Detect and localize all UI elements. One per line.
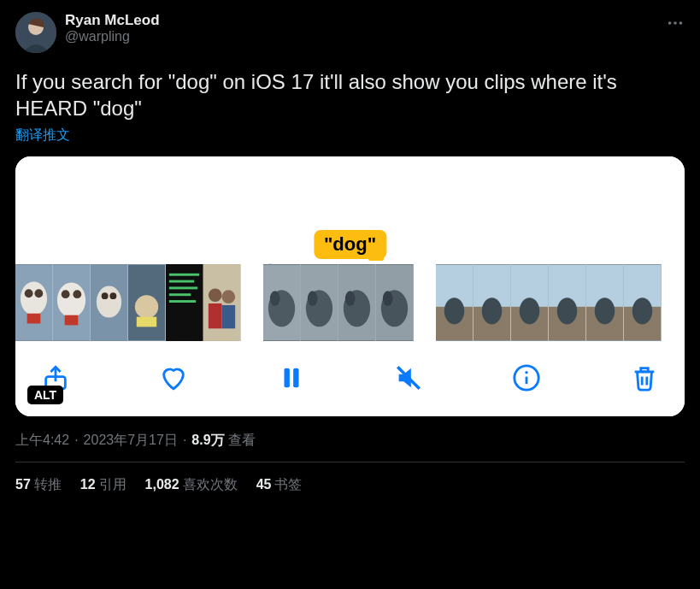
svg-point-59 [595,298,615,325]
thumbnail[interactable] [53,264,91,341]
player-controls [15,346,685,416]
thumbnail[interactable] [301,264,338,341]
thumbnail[interactable] [624,264,662,341]
alt-badge[interactable]: ALT [27,386,63,404]
thumbnail[interactable] [586,264,624,341]
tweet-meta: 上午4:42 · 2023年7月17日 · 8.9万 查看 [15,432,685,450]
thumbnail[interactable] [474,264,511,341]
quotes-stat[interactable]: 12引用 [80,476,126,494]
svg-point-2 [668,21,672,25]
thumbnail[interactable] [263,264,301,341]
translate-link[interactable]: 翻译推文 [15,127,70,144]
svg-point-7 [25,290,33,298]
trash-icon[interactable] [628,362,661,394]
handle[interactable]: @warpling [65,29,160,44]
avatar[interactable] [15,12,56,53]
bookmarks-stat[interactable]: 45书签 [256,476,303,494]
svg-rect-24 [169,280,194,283]
mute-icon[interactable] [392,362,425,394]
svg-point-16 [97,286,121,318]
display-name[interactable]: Ryan McLeod [65,12,160,29]
thumbnail[interactable] [15,264,53,341]
svg-rect-31 [209,303,222,328]
dot-separator: · [183,433,186,448]
thumbnail[interactable] [376,264,414,341]
svg-point-17 [102,293,109,300]
svg-rect-25 [169,287,197,290]
thumbnail[interactable] [128,264,166,341]
svg-rect-28 [203,265,240,340]
svg-point-12 [62,291,70,299]
svg-point-18 [109,293,116,300]
svg-point-29 [209,289,222,303]
thumbnail[interactable] [166,264,203,341]
svg-point-56 [557,298,577,325]
timestamp-time[interactable]: 上午4:42 [15,432,69,450]
thumbnail[interactable] [436,264,474,341]
pause-icon[interactable] [275,362,308,394]
svg-point-62 [632,298,652,325]
views-count: 8.9万 [191,432,224,450]
clip-group-2-wrap [263,264,414,341]
svg-point-11 [57,283,85,318]
tweet-header: Ryan McLeod @warpling [15,12,685,53]
dot-separator: · [74,433,78,448]
timestamp-date[interactable]: 2023年7月17日 [84,432,178,450]
svg-point-38 [308,292,318,307]
svg-point-6 [21,282,47,315]
tweet-container: Ryan McLeod @warpling If you search for … [0,0,700,494]
svg-rect-32 [222,305,236,328]
author-names: Ryan McLeod @warpling [65,12,160,44]
svg-rect-21 [137,317,156,327]
clip-group-2 [263,264,414,341]
clip-group-3 [436,264,662,341]
match-marker [368,256,384,261]
likes-stat[interactable]: 1,082喜欢次数 [145,476,238,494]
thumbnail[interactable] [549,264,586,341]
svg-rect-26 [169,294,191,297]
thumbnail[interactable] [91,264,128,341]
svg-point-69 [525,371,527,374]
svg-point-53 [520,298,539,325]
tweet-text: If you search for "dog" on iOS 17 it'll … [15,68,685,121]
svg-point-3 [674,21,677,25]
media-card: "dog" [15,156,685,416]
svg-point-13 [73,291,81,299]
svg-rect-64 [284,368,289,388]
svg-rect-65 [293,368,298,388]
views-label: 查看 [228,432,256,450]
svg-rect-27 [169,300,196,303]
svg-rect-14 [65,315,79,326]
svg-point-35 [270,292,280,307]
media-top-whitespace: "dog" [15,156,685,264]
heart-icon[interactable] [157,362,190,394]
thumbnail[interactable] [338,264,376,341]
tweet-stats: 57转推 12引用 1,082喜欢次数 45书签 [15,462,685,494]
svg-point-8 [34,290,43,298]
svg-rect-23 [169,274,199,276]
search-term-tag: "dog" [314,230,386,259]
svg-point-44 [383,292,393,307]
retweets-stat[interactable]: 57转推 [15,476,62,494]
thumbnail[interactable] [511,264,549,341]
svg-point-50 [482,298,502,325]
clip-group-1 [15,264,241,341]
info-icon[interactable] [510,362,543,394]
svg-point-30 [222,291,236,304]
svg-point-4 [679,21,683,25]
svg-rect-9 [27,314,41,324]
svg-point-20 [135,296,158,319]
svg-point-47 [444,298,464,325]
video-filmstrip[interactable] [15,264,685,346]
more-icon[interactable] [662,10,688,39]
svg-point-41 [345,292,356,307]
thumbnail[interactable] [203,264,241,341]
